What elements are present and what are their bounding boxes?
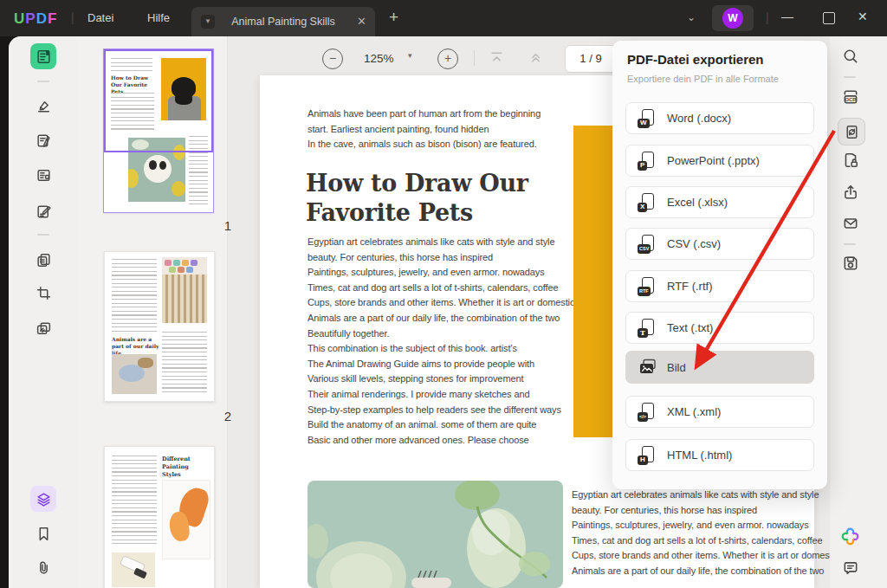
convert-export-icon[interactable] <box>838 118 865 145</box>
titlebar-divider-2: | <box>766 10 769 24</box>
feedback-icon[interactable] <box>842 559 859 580</box>
thumbnail-heading: Different Painting Styles <box>162 456 209 479</box>
ocr-icon[interactable]: OCR <box>842 88 859 109</box>
export-option-excel[interactable]: X Excel (.xlsx) <box>625 186 814 218</box>
tab-chevron-down-icon[interactable]: ▼ <box>201 15 215 29</box>
thumbnail-tubes-photo <box>112 552 155 587</box>
thumbnail-fox-photo <box>162 480 210 559</box>
csv-file-icon: CSV <box>638 235 658 254</box>
thumbnail-painting-photo <box>112 354 157 394</box>
zoom-dropdown-icon[interactable]: ▾ <box>408 51 412 60</box>
comment-edit-icon[interactable] <box>30 127 56 153</box>
avatar: W <box>722 8 743 29</box>
thumbnail-text-lines <box>162 332 207 394</box>
thumbnail-panel: How to Draw Our Favorite Pets 1 <box>78 36 228 588</box>
powerpoint-file-icon: P <box>638 152 658 171</box>
menu-datei[interactable]: Datei <box>87 11 113 24</box>
titlebar-divider: | <box>71 10 74 24</box>
export-option-bild[interactable]: Bild <box>625 351 814 384</box>
excel-file-icon: X <box>638 193 658 212</box>
export-panel-subtitle: Exportiere dein PDF in alle Formate <box>627 74 779 84</box>
protect-document-icon[interactable] <box>842 152 859 172</box>
organize-pages-icon[interactable] <box>30 162 56 188</box>
layers-icon[interactable] <box>30 486 56 512</box>
slideshow-icon[interactable] <box>30 315 56 341</box>
export-option-csv[interactable]: CSV CSV (.csv) <box>625 228 814 260</box>
thumbnail-text-lines <box>112 456 157 546</box>
share-icon[interactable] <box>842 184 859 204</box>
paperclip-icon[interactable] <box>30 554 56 580</box>
account-button[interactable]: W <box>712 5 754 31</box>
ai-assistant-icon[interactable] <box>840 527 860 550</box>
left-toolbar <box>9 36 78 588</box>
zoom-in-button[interactable]: + <box>437 48 458 69</box>
export-panel: PDF-Datei exportieren Exportiere dein PD… <box>612 41 827 489</box>
new-tab-button[interactable]: + <box>389 8 398 27</box>
crop-icon[interactable] <box>30 280 56 306</box>
zoom-level: 125% <box>364 52 394 65</box>
export-panel-title: PDF-Datei exportieren <box>627 52 764 67</box>
titlebar: UPDF | Datei Hilfe ▼ Animal Painting Ski… <box>0 0 887 36</box>
app-window: How to Draw Our Favorite Pets 1 <box>9 36 887 588</box>
export-option-text[interactable]: T Text (.txt) <box>625 312 814 344</box>
export-option-powerpoint[interactable]: P PowerPoint (.pptx) <box>625 145 814 177</box>
svg-text:OCR: OCR <box>845 96 857 102</box>
document-tab[interactable]: ▼ Animal Painting Skills ✕ <box>191 7 375 36</box>
thumbnail-page-2[interactable]: Animals are a part of our daily life <box>104 251 215 402</box>
export-option-html[interactable]: H HTML (.html) <box>625 439 814 471</box>
text-file-icon: T <box>638 319 658 338</box>
pdf-plants-photo <box>308 481 563 588</box>
close-button[interactable]: ✕ <box>858 10 868 23</box>
bookmark-icon[interactable] <box>30 520 56 546</box>
tab-close-icon[interactable]: ✕ <box>357 15 366 28</box>
toolbar-divider <box>37 81 49 82</box>
save-icon[interactable] <box>842 255 859 275</box>
pdf-intro-text: Animals have been part of human art from… <box>308 107 541 152</box>
pdf-right-column-text: Egyptian art celebrates animals like cat… <box>572 488 838 579</box>
account-chevron-down-icon[interactable]: ⌄ <box>687 11 696 23</box>
minimize-button[interactable]: — <box>781 10 793 23</box>
toolbar-divider <box>844 243 856 245</box>
thumbnail-brushes-photo <box>162 257 207 323</box>
toolbar-divider <box>37 234 49 236</box>
image-file-icon <box>638 358 658 377</box>
search-icon[interactable] <box>842 48 859 68</box>
right-toolbar: OCR <box>830 36 887 588</box>
pdf-body-text: Egyptian art celebrates animals like cat… <box>308 235 574 448</box>
updf-logo: UPDF <box>14 10 57 28</box>
tab-title: Animal Painting Skills <box>223 16 344 28</box>
xml-file-icon: </> <box>638 403 658 422</box>
thumbnail-page-3[interactable]: Different Painting Styles <box>104 446 215 588</box>
highlighter-icon[interactable] <box>30 93 56 119</box>
rtf-file-icon: RTF <box>638 277 658 296</box>
page-up-icon[interactable] <box>528 50 543 68</box>
pages-copy-icon[interactable] <box>30 247 56 273</box>
zoom-out-button[interactable]: − <box>322 48 343 69</box>
html-file-icon: H <box>638 446 658 465</box>
maximize-button[interactable] <box>823 12 835 24</box>
menu-hilfe[interactable]: Hilfe <box>147 11 170 24</box>
pdf-heading: How to Draw Our Favorite Pets <box>306 169 528 228</box>
toolbar-divider <box>844 76 856 78</box>
email-icon[interactable] <box>842 215 859 236</box>
toolbar-divider <box>474 50 475 66</box>
export-option-word[interactable]: W Word (.docx) <box>625 102 814 134</box>
viewport-indicator[interactable] <box>104 49 213 152</box>
scroll-to-top-icon[interactable] <box>489 50 504 68</box>
page-indicator[interactable]: 1 / 9 <box>565 45 617 73</box>
export-option-rtf[interactable]: RTF RTF (.rtf) <box>625 270 814 302</box>
word-file-icon: W <box>638 109 658 128</box>
reader-view-icon[interactable] <box>30 43 56 69</box>
thumbnail-text-lines <box>112 259 157 332</box>
thumbnail-page-1[interactable]: How to Draw Our Favorite Pets <box>104 49 213 212</box>
edit-page-icon[interactable] <box>30 198 56 224</box>
export-option-xml[interactable]: </> XML (.xml) <box>625 396 814 428</box>
